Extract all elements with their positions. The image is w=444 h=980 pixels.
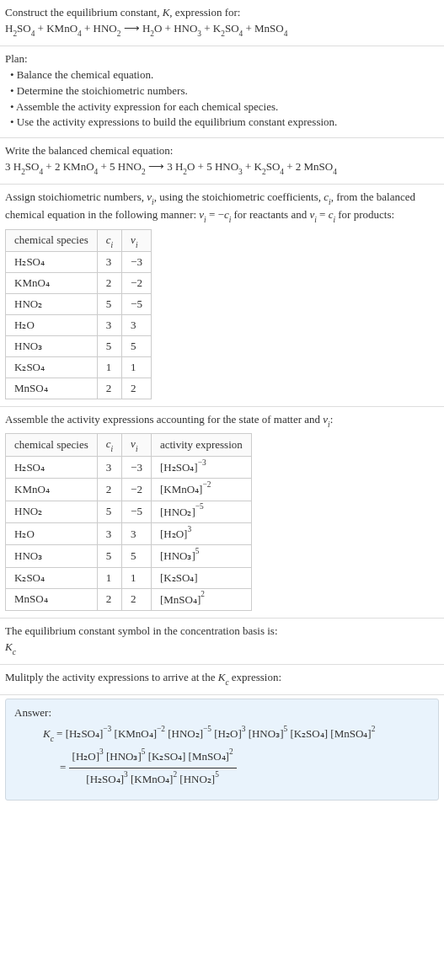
cell-species: KMnO₄ [6, 273, 98, 294]
cell-ci: 5 [97, 501, 121, 522]
table-header-row: chemical species ci νi activity expressi… [6, 434, 252, 457]
cell-ci: 2 [97, 588, 121, 610]
cell-activity: [H₂SO₄]−3 [151, 456, 251, 478]
cell-vi: 5 [122, 336, 152, 357]
cell-vi: −3 [122, 252, 152, 273]
assemble-text: Assemble the activity expressions accoun… [5, 412, 439, 430]
table-row: HNO₂5−5[HNO₂]−5 [6, 501, 252, 522]
th-species: chemical species [6, 229, 98, 252]
cell-activity: [HNO₃]5 [151, 545, 251, 567]
cell-activity: [K₂SO₄] [151, 567, 251, 588]
table-header-row: chemical species ci νi [6, 229, 152, 252]
cell-species: MnSO₄ [6, 588, 98, 610]
plan-item: Use the activity expressions to build th… [10, 115, 439, 131]
cell-vi: −2 [122, 479, 152, 501]
stoich-section: Assign stoichiometric numbers, νi, using… [0, 185, 444, 407]
cell-vi: −3 [122, 456, 152, 478]
table-row: K₂SO₄11[K₂SO₄] [6, 567, 252, 588]
th-vi: νi [122, 434, 152, 457]
prompt-section: Construct the equilibrium constant, K, e… [0, 0, 444, 46]
cell-activity: [MnSO₄]2 [151, 588, 251, 610]
table-row: H₂SO₄3−3[H₂SO₄]−3 [6, 456, 252, 478]
assign-text: Assign stoichiometric numbers, νi, using… [5, 190, 439, 225]
fraction-denominator: [H₂SO₄]3 [KMnO₄]2 [HNO₂]5 [69, 768, 237, 789]
cell-ci: 3 [97, 252, 121, 273]
symbol-text: The equilibrium constant symbol in the c… [5, 624, 439, 640]
table-row: HNO₃55[HNO₃]5 [6, 545, 252, 567]
cell-species: HNO₂ [6, 294, 98, 315]
plan-item: Determine the stoichiometric numbers. [10, 83, 439, 99]
th-ci: ci [97, 229, 121, 252]
kc-symbol: Kc [5, 640, 439, 657]
balanced-equation: 3 H2SO4 + 2 KMnO4 + 5 HNO2 ⟶ 3 H2O + 5 H… [5, 159, 439, 177]
cell-species: HNO₃ [6, 545, 98, 567]
cell-ci: 2 [97, 273, 121, 294]
plan-section: Plan: Balance the chemical equation. Det… [0, 46, 444, 138]
cell-species: H₂SO₄ [6, 456, 98, 478]
cell-ci: 1 [97, 357, 121, 378]
cell-species: HNO₂ [6, 501, 98, 522]
multiply-section: Mulitply the activity expressions to arr… [0, 665, 444, 695]
cell-species: H₂O [6, 522, 98, 544]
table-row: H₂O33[H₂O]3 [6, 522, 252, 544]
cell-ci: 5 [97, 336, 121, 357]
fraction-numerator: [H₂O]3 [HNO₃]5 [K₂SO₄] [MnSO₄]2 [69, 747, 237, 768]
kc-fraction-line: = [H₂O]3 [HNO₃]5 [K₂SO₄] [MnSO₄]2 [H₂SO₄… [14, 747, 430, 790]
multiply-text: Mulitply the activity expressions to arr… [5, 670, 439, 688]
table-row: H₂O33 [6, 315, 152, 336]
answer-label: Answer: [14, 706, 430, 720]
activity-table: chemical species ci νi activity expressi… [5, 433, 252, 611]
cell-vi: 1 [122, 567, 152, 588]
table-row: MnSO₄22 [6, 378, 152, 399]
cell-ci: 1 [97, 567, 121, 588]
cell-vi: 2 [122, 378, 152, 399]
cell-vi: 5 [122, 545, 152, 567]
table-row: H₂SO₄3−3 [6, 252, 152, 273]
cell-ci: 3 [97, 456, 121, 478]
kc-product-line: Kc = [H₂SO₄]−3 [KMnO₄]−2 [HNO₂]−5 [H₂O]3… [14, 725, 430, 746]
cell-ci: 5 [97, 545, 121, 567]
stoich-table: chemical species ci νi H₂SO₄3−3KMnO₄2−2H… [5, 229, 152, 400]
cell-activity: [KMnO₄]−2 [151, 479, 251, 501]
cell-vi: 2 [122, 588, 152, 610]
cell-activity: [H₂O]3 [151, 522, 251, 544]
cell-species: H₂SO₄ [6, 252, 98, 273]
table-row: MnSO₄22[MnSO₄]2 [6, 588, 252, 610]
cell-ci: 3 [97, 315, 121, 336]
answer-box: Answer: Kc = [H₂SO₄]−3 [KMnO₄]−2 [HNO₂]−… [5, 699, 439, 801]
plan-list: Balance the chemical equation. Determine… [5, 67, 439, 131]
cell-ci: 5 [97, 294, 121, 315]
balanced-heading: Write the balanced chemical equation: [5, 143, 439, 159]
table-row: K₂SO₄11 [6, 357, 152, 378]
cell-vi: −5 [122, 501, 152, 522]
cell-species: HNO₃ [6, 336, 98, 357]
cell-ci: 2 [97, 378, 121, 399]
activity-section: Assemble the activity expressions accoun… [0, 407, 444, 619]
kc-fraction: [H₂O]3 [HNO₃]5 [K₂SO₄] [MnSO₄]2 [H₂SO₄]3… [69, 747, 237, 790]
th-ci: ci [97, 434, 121, 457]
cell-ci: 3 [97, 522, 121, 544]
plan-item: Balance the chemical equation. [10, 67, 439, 83]
plan-item: Assemble the activity expression for eac… [10, 99, 439, 115]
cell-activity: [HNO₂]−5 [151, 501, 251, 522]
th-vi: νi [122, 229, 152, 252]
cell-species: H₂O [6, 315, 98, 336]
cell-ci: 2 [97, 479, 121, 501]
cell-vi: −5 [122, 294, 152, 315]
symbol-section: The equilibrium constant symbol in the c… [0, 619, 444, 665]
unbalanced-equation: H2SO4 + KMnO4 + HNO2 ⟶ H2O + HNO3 + K2SO… [5, 21, 439, 39]
cell-vi: 3 [122, 522, 152, 544]
th-species: chemical species [6, 434, 98, 457]
table-row: HNO₃55 [6, 336, 152, 357]
prompt-line1: Construct the equilibrium constant, K, e… [5, 5, 439, 21]
table-row: KMnO₄2−2[KMnO₄]−2 [6, 479, 252, 501]
plan-heading: Plan: [5, 51, 439, 67]
table-row: HNO₂5−5 [6, 294, 152, 315]
balanced-section: Write the balanced chemical equation: 3 … [0, 138, 444, 185]
th-activity: activity expression [151, 434, 251, 457]
cell-species: MnSO₄ [6, 378, 98, 399]
table-row: KMnO₄2−2 [6, 273, 152, 294]
cell-vi: 3 [122, 315, 152, 336]
cell-species: K₂SO₄ [6, 357, 98, 378]
cell-species: KMnO₄ [6, 479, 98, 501]
